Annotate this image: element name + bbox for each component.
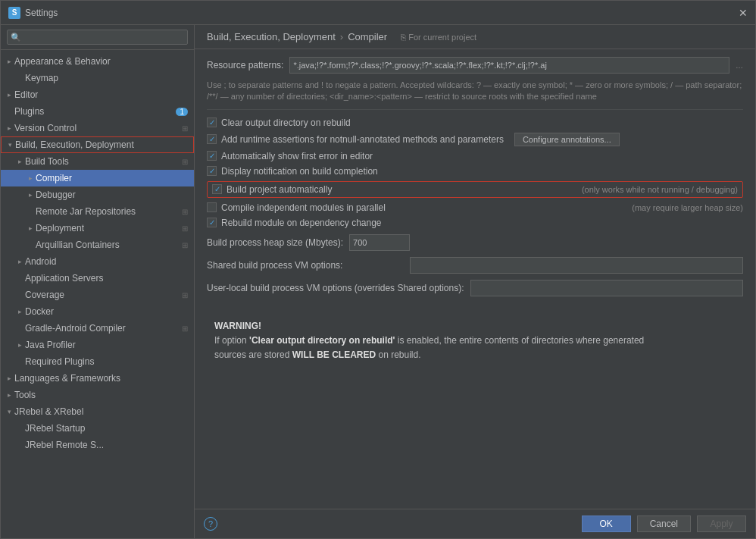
sidebar-label-debugger: Debugger (36, 190, 191, 200)
settings-window: S Settings ✕ 🔍 ▸ Appearance & Behavior (0, 0, 756, 539)
sidebar-item-java-profiler[interactable]: ▸ Java Profiler (1, 337, 194, 353)
sidebar-item-jrebel[interactable]: ▾ JRebel & XRebel (1, 403, 194, 420)
label-build-auto: Build project automatically (226, 184, 332, 195)
arquillian-icon: ⊞ (182, 241, 188, 249)
sidebar-label-remote-jar: Remote Jar Repositories (36, 206, 182, 217)
arrow-build-tools: ▸ (14, 158, 25, 165)
title-bar: S Settings ✕ (1, 1, 755, 25)
panel-body: Resource patterns: … Use ; to separate p… (195, 49, 755, 509)
sidebar-label-keymap: Keymap (25, 73, 191, 83)
checkbox-add-runtime[interactable] (207, 134, 217, 144)
user-vm-row: User-local build process VM options (ove… (207, 280, 743, 296)
shared-vm-input[interactable] (410, 257, 743, 274)
sidebar-item-required-plugins[interactable]: Required Plugins (1, 353, 194, 370)
sidebar-item-editor[interactable]: ▸ Editor (1, 86, 194, 103)
checkbox-clear-output[interactable] (207, 118, 217, 127)
note-compile-parallel: (may require larger heap size) (632, 203, 743, 212)
breadcrumb-compiler: Compiler (348, 31, 387, 42)
arrow-version-control: ▸ (4, 124, 14, 132)
sidebar-item-jrebel-remote[interactable]: JRebel Remote S... (1, 437, 194, 453)
warning-body: If option 'Clear output directory on reb… (214, 335, 644, 360)
resource-patterns-row: Resource patterns: … (207, 57, 743, 74)
sidebar-item-deployment[interactable]: ▸ Deployment ⊞ (1, 220, 194, 237)
sidebar-item-arquillian[interactable]: Arquillian Containers ⊞ (1, 237, 194, 253)
sidebar-item-jrebel-startup[interactable]: JRebel Startup (1, 420, 194, 437)
arrow-editor: ▸ (4, 91, 14, 99)
plugins-badge: 1 (176, 108, 188, 116)
shared-vm-row: Shared build process VM options: (207, 257, 743, 274)
main-content: 🔍 ▸ Appearance & Behavior Keymap (1, 25, 755, 538)
sidebar-label-build-tools: Build Tools (25, 156, 182, 167)
gradle-icon: ⊞ (182, 324, 188, 333)
checkbox-compile-parallel[interactable] (207, 202, 217, 212)
title-bar-left: S Settings (8, 7, 58, 19)
sidebar-item-compiler[interactable]: ▸ Compiler (1, 170, 194, 186)
label-add-runtime: Add runtime assertions for notnull-annot… (221, 134, 504, 145)
sidebar-item-remote-jar[interactable]: Remote Jar Repositories ⊞ (1, 203, 194, 220)
sidebar: 🔍 ▸ Appearance & Behavior Keymap (1, 25, 195, 538)
checkbox-rebuild-module[interactable] (207, 218, 217, 227)
shared-vm-label: Shared build process VM options: (207, 260, 404, 271)
arrow-docker: ▸ (14, 308, 25, 315)
sidebar-item-app-servers[interactable]: Application Servers (1, 270, 194, 287)
user-vm-input[interactable] (470, 280, 744, 296)
option-compile-parallel: Compile independent modules in parallel … (207, 202, 743, 213)
sidebar-label-coverage: Coverage (25, 290, 182, 300)
sidebar-label-jrebel-startup: JRebel Startup (25, 423, 191, 434)
resource-expand-btn[interactable]: … (736, 61, 743, 70)
sidebar-item-coverage[interactable]: Coverage ⊞ (1, 287, 194, 303)
note-build-auto: (only works while not running / debuggin… (582, 185, 738, 194)
sidebar-item-appearance[interactable]: ▸ Appearance & Behavior (1, 53, 194, 70)
arrow-compiler: ▸ (25, 174, 36, 182)
sidebar-item-plugins[interactable]: Plugins 1 (1, 103, 194, 120)
sidebar-label-version-control: Version Control (14, 123, 182, 133)
sidebar-item-docker[interactable]: ▸ Docker (1, 303, 194, 320)
resource-input[interactable] (289, 57, 729, 74)
option-rebuild-module: Rebuild module on dependency change (207, 218, 743, 228)
warning-body-strong: 'Clear output directory on rebuild' (249, 335, 395, 346)
ok-button[interactable]: OK (582, 515, 631, 532)
checkbox-auto-show-error[interactable] (207, 151, 217, 161)
configure-annotations-button[interactable]: Configure annotations... (514, 133, 620, 146)
label-clear-output: Clear output directory on rebuild (221, 118, 351, 128)
cancel-button[interactable]: Cancel (637, 515, 691, 532)
sidebar-tree: ▸ Appearance & Behavior Keymap ▸ Editor (1, 50, 194, 538)
sidebar-label-android: Android (25, 256, 191, 267)
sidebar-item-languages[interactable]: ▸ Languages & Frameworks (1, 370, 194, 387)
sidebar-item-debugger[interactable]: ▸ Debugger (1, 186, 194, 203)
close-button[interactable]: ✕ (739, 7, 748, 19)
option-clear-output: Clear output directory on rebuild (207, 118, 743, 128)
resource-hint: Use ; to separate patterns and ! to nega… (207, 80, 743, 110)
help-button[interactable]: ? (204, 517, 217, 531)
search-input[interactable] (7, 30, 188, 45)
sidebar-item-gradle-android[interactable]: Gradle-Android Compiler ⊞ (1, 320, 194, 337)
sidebar-item-version-control[interactable]: ▸ Version Control ⊞ (1, 120, 194, 136)
label-compile-parallel: Compile independent modules in parallel (221, 202, 386, 213)
checkbox-build-auto[interactable] (212, 184, 222, 194)
sidebar-label-plugins: Plugins (14, 106, 176, 117)
sidebar-label-app-servers: Application Servers (25, 273, 191, 284)
sidebar-label-deployment: Deployment (36, 223, 182, 233)
heap-size-input[interactable] (349, 234, 410, 251)
sidebar-label-java-profiler: Java Profiler (25, 340, 191, 350)
sidebar-item-android[interactable]: ▸ Android (1, 253, 194, 270)
sidebar-item-build-tools[interactable]: ▸ Build Tools ⊞ (1, 153, 194, 170)
sidebar-item-tools[interactable]: ▸ Tools (1, 387, 194, 403)
deployment-icon: ⊞ (182, 224, 188, 233)
sidebar-item-keymap[interactable]: Keymap (1, 70, 194, 86)
apply-button[interactable]: Apply (697, 515, 746, 532)
label-rebuild-module: Rebuild module on dependency change (221, 218, 382, 228)
user-vm-label: User-local build process VM options (ove… (207, 283, 464, 293)
search-icon: 🔍 (11, 33, 21, 42)
sidebar-item-build-exec[interactable]: ▾ Build, Execution, Deployment (1, 136, 194, 153)
resource-label: Resource patterns: (207, 60, 283, 71)
checkbox-display-notification[interactable] (207, 166, 217, 176)
breadcrumb-build: Build, Execution, Deployment (207, 31, 336, 42)
warning-title: WARNING! (214, 321, 261, 331)
sidebar-label-arquillian: Arquillian Containers (36, 240, 182, 250)
search-wrapper: 🔍 (7, 30, 188, 45)
right-panel: Build, Execution, Deployment › Compiler … (195, 25, 755, 538)
arrow-languages: ▸ (4, 374, 14, 382)
sidebar-label-gradle-android: Gradle-Android Compiler (25, 323, 182, 334)
sidebar-label-build-exec: Build, Execution, Deployment (15, 139, 190, 150)
